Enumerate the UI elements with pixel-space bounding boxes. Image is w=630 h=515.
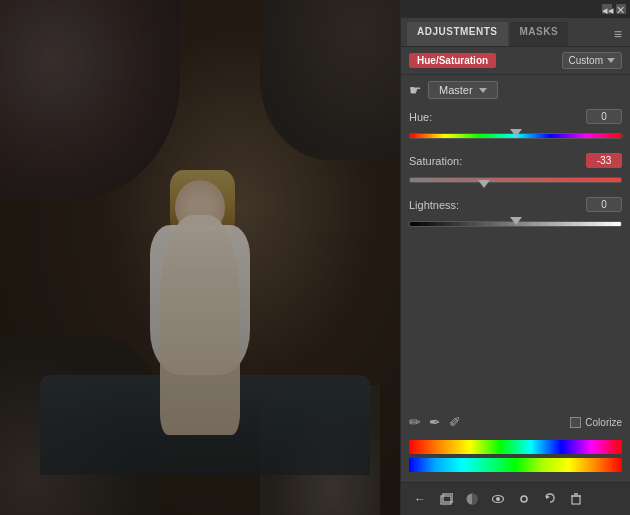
- hand-tool-icon[interactable]: ☛: [409, 82, 422, 98]
- hue-track-container: [409, 127, 622, 145]
- saturation-value[interactable]: [586, 153, 622, 168]
- hue-thumb[interactable]: [510, 129, 522, 137]
- custom-label: Custom: [569, 55, 603, 66]
- tab-adjustments[interactable]: ADJUSTMENTS: [407, 22, 508, 46]
- eyedropper-row: ✏ ✒ ✐ Colorize: [401, 406, 630, 434]
- delete-icon[interactable]: [565, 488, 587, 510]
- panel-tabs: ADJUSTMENTS MASKS ≡: [401, 18, 630, 47]
- eyedropper-icon[interactable]: ✏: [409, 414, 421, 430]
- saturation-thumb[interactable]: [478, 180, 490, 188]
- eyedropper-add-icon[interactable]: ✒: [429, 414, 441, 430]
- lightness-label: Lightness:: [409, 199, 459, 211]
- saturation-track[interactable]: [409, 177, 622, 183]
- master-dropdown-arrow: [479, 88, 487, 93]
- rainbow-bar-bottom: [409, 458, 622, 472]
- adjustments-panel: ◂◂ ✕ ADJUSTMENTS MASKS ≡ Hue/Saturation …: [400, 0, 630, 515]
- tab-masks[interactable]: MASKS: [510, 22, 569, 46]
- sliders-section: Hue: Saturation:: [401, 105, 630, 406]
- saturation-slider-row: Saturation:: [409, 153, 622, 189]
- new-layer-icon[interactable]: [435, 488, 457, 510]
- colorize-checkbox[interactable]: [570, 417, 581, 428]
- master-label: Master: [439, 84, 473, 96]
- colorize-row: Colorize: [570, 417, 622, 428]
- svg-marker-5: [546, 495, 550, 499]
- panel-titlebar: ◂◂ ✕: [401, 0, 630, 18]
- custom-dropdown[interactable]: Custom: [562, 52, 622, 69]
- hue-slider-row: Hue:: [409, 109, 622, 145]
- close-icon[interactable]: ✕: [616, 4, 626, 14]
- back-arrow-icon[interactable]: ←: [409, 488, 431, 510]
- lightness-track-container: [409, 215, 622, 233]
- custom-dropdown-arrow: [607, 58, 615, 63]
- hue-label-row: Hue:: [409, 109, 622, 124]
- lightness-slider-row: Lightness:: [409, 197, 622, 233]
- rainbow-bar-top: [409, 440, 622, 454]
- hue-sat-header: Hue/Saturation Custom: [401, 47, 630, 75]
- tool-row: ☛ Master: [401, 75, 630, 105]
- photo-overlay: [0, 0, 400, 515]
- svg-rect-6: [572, 496, 580, 504]
- undo-icon[interactable]: [539, 488, 561, 510]
- lightness-value[interactable]: [586, 197, 622, 212]
- lightness-thumb[interactable]: [510, 217, 522, 225]
- collapse-icon[interactable]: ◂◂: [602, 4, 612, 14]
- bottom-toolbar: ←: [401, 482, 630, 515]
- rainbow-section: [401, 434, 630, 482]
- main-container: ◂◂ ✕ ADJUSTMENTS MASKS ≡ Hue/Saturation …: [0, 0, 630, 515]
- hue-sat-label: Hue/Saturation: [409, 53, 496, 68]
- saturation-label: Saturation:: [409, 155, 462, 167]
- hue-label: Hue:: [409, 111, 432, 123]
- panel-menu-icon[interactable]: ≡: [612, 22, 624, 46]
- photo-background: [0, 0, 400, 515]
- saturation-track-container: [409, 171, 622, 189]
- lightness-label-row: Lightness:: [409, 197, 622, 212]
- chain-icon[interactable]: [513, 488, 535, 510]
- eyedropper-remove-icon[interactable]: ✐: [449, 414, 461, 430]
- circle-icon[interactable]: [461, 488, 483, 510]
- colorize-label: Colorize: [585, 417, 622, 428]
- saturation-label-row: Saturation:: [409, 153, 622, 168]
- hue-value[interactable]: [586, 109, 622, 124]
- photo-area: [0, 0, 400, 515]
- eye-icon[interactable]: [487, 488, 509, 510]
- svg-point-4: [496, 497, 500, 501]
- master-dropdown[interactable]: Master: [428, 81, 498, 99]
